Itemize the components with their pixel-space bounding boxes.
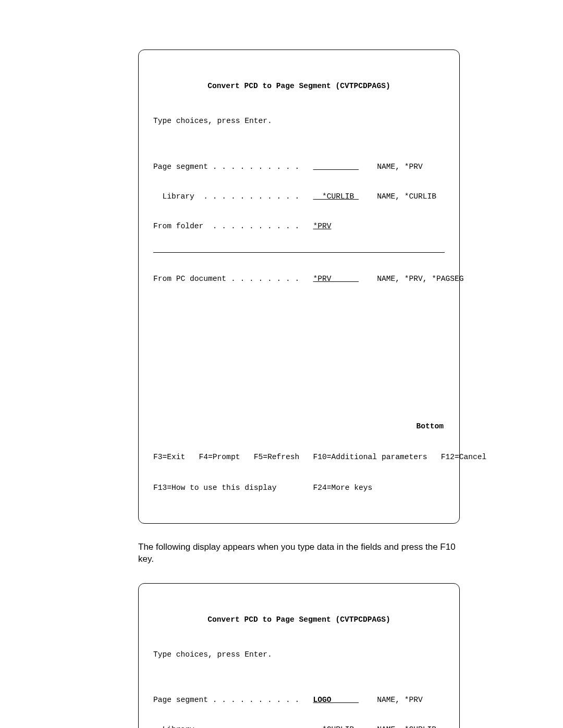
bottom-indicator: Bottom (153, 422, 444, 431)
label-library: Library . . . . . . . . . . . (153, 192, 299, 202)
label-page-segment: Page segment . . . . . . . . . . (153, 162, 299, 172)
input-from-pc-document[interactable]: *PRV (313, 274, 359, 284)
label-from-pc-document: From PC document . . . . . . . . (153, 274, 299, 284)
screen-title: Convert PCD to Page Segment (CVTPCDPAGS) (153, 81, 445, 91)
paragraph-1: The following display appears when you t… (138, 541, 460, 565)
terminal-screen-1: Convert PCD to Page Segment (CVTPCDPAGS)… (138, 50, 460, 524)
screen-title: Convert PCD to Page Segment (CVTPCDPAGS) (153, 615, 445, 625)
hint-library: NAME, *CURLIB (377, 725, 436, 728)
screen-instruction: Type choices, press Enter. (153, 650, 445, 660)
hint-page-segment: NAME, *PRV (377, 695, 423, 705)
function-keys-line-1: F3=Exit F4=Prompt F5=Refresh F10=Additio… (153, 452, 445, 462)
input-page-segment[interactable] (313, 162, 359, 172)
input-page-segment[interactable]: LOGO (313, 695, 359, 705)
function-keys-line-2: F13=How to use this display F24=More key… (153, 483, 445, 493)
hint-library: NAME, *CURLIB (377, 192, 436, 202)
screen-instruction: Type choices, press Enter. (153, 116, 445, 126)
input-library[interactable]: *CURLIB (313, 725, 359, 728)
input-library[interactable]: *CURLIB (313, 192, 359, 202)
page-content: Convert PCD to Page Segment (CVTPCDPAGS)… (0, 0, 563, 728)
input-from-folder[interactable]: *PRV (313, 221, 332, 231)
label-from-folder: From folder . . . . . . . . . . (153, 221, 299, 231)
hint-from-pc-document: NAME, *PRV, *PAGSEG (377, 274, 463, 284)
label-library: Library . . . . . . . . . . . (153, 725, 299, 728)
divider-line (153, 252, 445, 253)
label-page-segment: Page segment . . . . . . . . . . (153, 695, 299, 705)
hint-page-segment: NAME, *PRV (377, 162, 423, 172)
terminal-screen-2: Convert PCD to Page Segment (CVTPCDPAGS)… (138, 583, 460, 728)
